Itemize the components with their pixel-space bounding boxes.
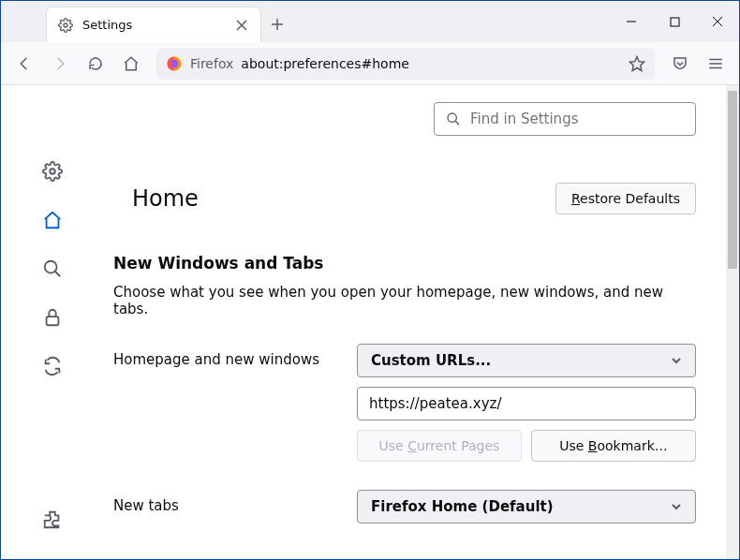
svg-rect-7 (47, 317, 59, 325)
sidebar-extensions-icon[interactable] (41, 508, 64, 531)
homepage-select-value: Custom URLs... (371, 352, 491, 369)
restore-defaults-button[interactable]: Restore Defaults (555, 183, 696, 214)
page-title: Home (132, 185, 199, 212)
use-current-pages-button[interactable]: Use Current Pages (357, 430, 522, 462)
back-button[interactable] (8, 48, 40, 80)
toolbar: Firefox about:preferences#home (1, 42, 739, 85)
new-tab-button[interactable] (261, 7, 293, 42)
homepage-label: Homepage and new windows (113, 344, 357, 368)
homepage-url-input[interactable] (357, 387, 696, 420)
svg-rect-1 (671, 18, 679, 26)
gear-icon (58, 18, 73, 33)
section-description: Choose what you see when you open your h… (113, 284, 696, 317)
home-button-toolbar[interactable] (115, 48, 147, 80)
menu-button[interactable] (700, 48, 732, 80)
scrollbar-thumb[interactable] (728, 91, 737, 269)
homepage-select[interactable]: Custom URLs... (357, 344, 696, 377)
reload-button[interactable] (80, 48, 111, 80)
use-bookmark-button[interactable]: Use Bookmark… (531, 430, 696, 462)
newtabs-select-value: Firefox Home (Default) (371, 498, 554, 515)
svg-point-5 (50, 169, 55, 174)
minimize-button[interactable] (610, 1, 653, 42)
newtabs-select[interactable]: Firefox Home (Default) (357, 490, 696, 523)
chevron-down-icon (671, 355, 682, 366)
sidebar-home-icon[interactable] (41, 209, 64, 231)
window-controls (610, 1, 739, 42)
page-body: Home Restore Defaults New Windows and Ta… (1, 85, 739, 559)
search-icon (446, 111, 461, 126)
chevron-down-icon (671, 501, 682, 512)
close-button[interactable] (696, 1, 739, 42)
settings-search[interactable] (434, 102, 696, 136)
sidebar-privacy-icon[interactable] (41, 306, 64, 329)
svg-marker-4 (630, 56, 644, 70)
sidebar-sync-icon[interactable] (41, 355, 64, 377)
maximize-button[interactable] (653, 1, 696, 42)
settings-search-input[interactable] (470, 111, 684, 127)
svg-point-0 (64, 23, 67, 27)
address-bar[interactable]: Firefox about:preferences#home (156, 48, 655, 80)
titlebar: Settings (1, 1, 739, 42)
newtabs-label: New tabs (113, 490, 357, 514)
url-text: about:preferences#home (241, 56, 621, 71)
url-prefix: Firefox (190, 56, 233, 71)
settings-sidebar (1, 85, 104, 559)
browser-window: Settings Firefox about:preferences#home (0, 0, 740, 560)
svg-point-6 (45, 261, 57, 273)
scrollbar[interactable] (726, 85, 739, 559)
svg-point-8 (448, 113, 456, 122)
tab-label: Settings (82, 18, 225, 32)
sidebar-general-icon[interactable] (41, 160, 64, 183)
browser-tab[interactable]: Settings (46, 7, 261, 42)
settings-content: Home Restore Defaults New Windows and Ta… (104, 85, 739, 559)
section-title: New Windows and Tabs (113, 254, 696, 273)
sidebar-search-icon[interactable] (41, 258, 64, 280)
bookmark-star-icon[interactable] (629, 55, 645, 72)
pocket-button[interactable] (664, 48, 696, 80)
close-icon[interactable] (234, 18, 249, 33)
forward-button[interactable] (44, 48, 76, 80)
firefox-icon (166, 55, 183, 72)
